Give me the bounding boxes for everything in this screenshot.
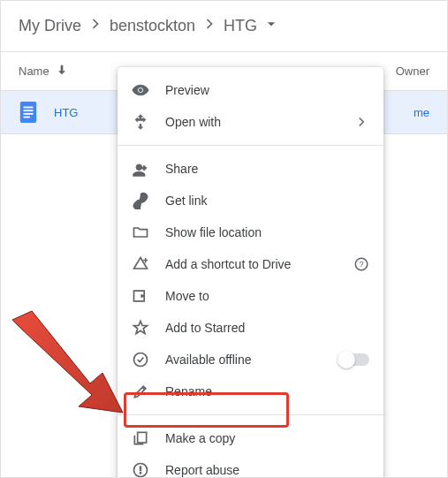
- chevron-right-icon: [201, 15, 218, 37]
- svg-rect-2: [24, 110, 34, 111]
- menu-label: Report abuse: [165, 463, 369, 477]
- copy-icon: [132, 429, 149, 447]
- column-label: Owner: [396, 64, 429, 78]
- column-label: Name: [19, 64, 49, 78]
- link-icon: [132, 192, 149, 209]
- dropdown-icon[interactable]: [262, 15, 280, 37]
- svg-rect-12: [140, 473, 141, 474]
- svg-rect-1: [24, 107, 34, 109]
- breadcrumb-item[interactable]: My Drive: [19, 17, 81, 35]
- drive-shortcut-icon: +: [132, 255, 149, 273]
- menu-item-report-abuse[interactable]: Report abuse: [118, 454, 383, 478]
- menu-label: Show file location: [165, 225, 369, 239]
- menu-item-add-shortcut[interactable]: + Add a shortcut to Drive ?: [118, 248, 383, 280]
- column-header-name[interactable]: Name: [19, 63, 69, 80]
- report-icon: [132, 461, 149, 478]
- breadcrumb-item[interactable]: benstockton: [110, 17, 195, 35]
- star-icon: [132, 319, 149, 337]
- chevron-right-icon: [87, 15, 104, 37]
- move-to-icon: [132, 287, 149, 305]
- svg-rect-0: [20, 102, 36, 123]
- menu-label: Rename: [165, 384, 369, 398]
- sort-arrow-down-icon: [55, 63, 69, 80]
- menu-label: Move to: [165, 289, 369, 303]
- svg-rect-4: [24, 117, 30, 118]
- menu-item-get-link[interactable]: Get link: [118, 185, 383, 216]
- menu-item-share[interactable]: Share: [118, 153, 383, 185]
- open-with-icon: [132, 113, 149, 131]
- person-add-icon: [132, 160, 149, 178]
- offline-icon: [132, 351, 149, 368]
- file-owner: me: [414, 106, 429, 119]
- svg-rect-9: [138, 432, 147, 443]
- svg-rect-11: [140, 467, 141, 471]
- help-icon[interactable]: ?: [353, 256, 369, 272]
- menu-item-make-copy[interactable]: Make a copy: [118, 422, 383, 454]
- svg-text:?: ?: [359, 260, 363, 269]
- context-menu: Preview Open with Share Get link Show fi…: [118, 67, 383, 478]
- menu-item-available-offline[interactable]: Available offline: [118, 344, 383, 376]
- menu-item-show-location[interactable]: Show file location: [118, 216, 383, 248]
- menu-label: Available offline: [165, 353, 339, 367]
- eye-icon: [132, 81, 149, 99]
- google-doc-icon: [19, 100, 38, 125]
- annotation-arrow: [4, 311, 132, 426]
- toggle-off[interactable]: [339, 353, 369, 366]
- menu-item-rename[interactable]: Rename: [118, 376, 383, 407]
- menu-label: Open with: [165, 115, 353, 129]
- column-header-owner[interactable]: Owner: [396, 64, 429, 78]
- menu-label: Preview: [165, 83, 369, 97]
- menu-label: Add a shortcut to Drive: [165, 257, 353, 271]
- file-name: HTG: [54, 106, 78, 119]
- menu-item-preview[interactable]: Preview: [118, 74, 383, 106]
- breadcrumb-item-current[interactable]: HTG: [224, 17, 257, 35]
- svg-marker-13: [12, 311, 123, 413]
- menu-separator: [118, 414, 383, 415]
- menu-label: Share: [165, 162, 369, 176]
- menu-label: Make a copy: [165, 431, 369, 445]
- menu-item-move-to[interactable]: Move to: [118, 280, 383, 312]
- folder-icon: [132, 224, 149, 241]
- menu-item-add-starred[interactable]: Add to Starred: [118, 312, 383, 344]
- menu-separator: [118, 145, 383, 146]
- chevron-right-icon: [353, 114, 369, 130]
- svg-text:+: +: [143, 256, 148, 265]
- breadcrumb: My Drive benstockton HTG: [1, 1, 447, 51]
- menu-item-open-with[interactable]: Open with: [118, 106, 383, 138]
- menu-label: Get link: [165, 193, 369, 208]
- svg-point-8: [134, 353, 148, 367]
- rename-icon: [132, 383, 149, 400]
- menu-label: Add to Starred: [165, 321, 369, 335]
- svg-rect-3: [24, 113, 34, 115]
